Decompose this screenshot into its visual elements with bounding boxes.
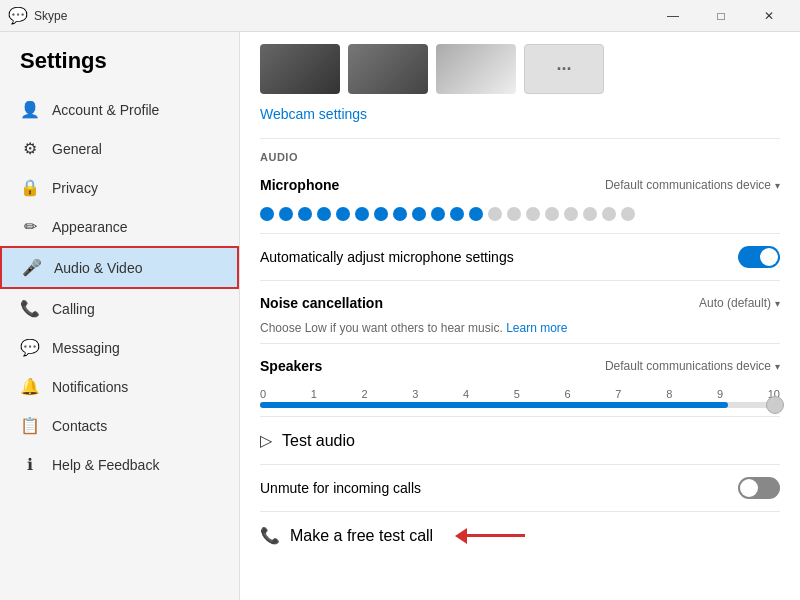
sidebar-item-appearance[interactable]: ✏ Appearance xyxy=(0,207,239,246)
slider-labels: 0 1 2 3 4 5 6 7 8 9 10 xyxy=(240,384,800,402)
slider-label-1: 1 xyxy=(311,388,317,400)
skype-icon: 💬 xyxy=(8,6,28,25)
slider-label-9: 9 xyxy=(717,388,723,400)
mic-level-dot-15 xyxy=(545,207,559,221)
unmute-toggle[interactable] xyxy=(738,477,780,499)
general-icon: ⚙ xyxy=(20,139,40,158)
calling-icon: 📞 xyxy=(20,299,40,318)
noise-description: Choose Low if you want others to hear mu… xyxy=(240,321,800,339)
sidebar-item-messaging[interactable]: 💬 Messaging xyxy=(0,328,239,367)
sidebar-item-account[interactable]: 👤 Account & Profile xyxy=(0,90,239,129)
red-arrow-line xyxy=(465,534,525,537)
sidebar-item-general[interactable]: ⚙ General xyxy=(0,129,239,168)
content-area: ··· Webcam settings AUDIO Microphone Def… xyxy=(240,32,800,600)
mic-level-dot-9 xyxy=(431,207,445,221)
speakers-chevron-icon: ▾ xyxy=(775,361,780,372)
noise-learn-more-link[interactable]: Learn more xyxy=(506,321,567,335)
slider-label-5: 5 xyxy=(514,388,520,400)
auto-adjust-row: Automatically adjust microphone settings xyxy=(240,238,800,276)
play-icon: ▷ xyxy=(260,431,272,450)
webcam-thumb-1[interactable] xyxy=(260,44,340,94)
mic-level-dot-16 xyxy=(564,207,578,221)
close-button[interactable]: ✕ xyxy=(746,0,792,32)
noise-label: Noise cancellation xyxy=(260,295,383,311)
microphone-device-selector[interactable]: Default communications device ▾ xyxy=(605,178,780,192)
mic-level-dot-3 xyxy=(317,207,331,221)
slider-label-0: 0 xyxy=(260,388,266,400)
phone-icon: 📞 xyxy=(260,526,280,545)
sidebar-label-privacy: Privacy xyxy=(52,180,98,196)
mic-level-dot-4 xyxy=(336,207,350,221)
sidebar-item-help[interactable]: ℹ Help & Feedback xyxy=(0,445,239,484)
slider-label-3: 3 xyxy=(412,388,418,400)
slider-label-7: 7 xyxy=(615,388,621,400)
mic-level-dot-5 xyxy=(355,207,369,221)
noise-chevron-icon: ▾ xyxy=(775,298,780,309)
volume-slider[interactable] xyxy=(260,402,780,408)
webcam-thumb-2[interactable] xyxy=(348,44,428,94)
microphone-chevron-icon: ▾ xyxy=(775,180,780,191)
noise-desc-text: Choose Low if you want others to hear mu… xyxy=(260,321,503,335)
sidebar-label-appearance: Appearance xyxy=(52,219,128,235)
slider-thumb[interactable] xyxy=(766,396,784,414)
sidebar-item-notifications[interactable]: 🔔 Notifications xyxy=(0,367,239,406)
appearance-icon: ✏ xyxy=(20,217,40,236)
mic-level-dot-0 xyxy=(260,207,274,221)
settings-title: Settings xyxy=(0,48,239,90)
speakers-label: Speakers xyxy=(260,358,322,374)
noise-value-selector[interactable]: Auto (default) ▾ xyxy=(699,296,780,310)
slider-label-2: 2 xyxy=(362,388,368,400)
mic-level-dot-1 xyxy=(279,207,293,221)
test-audio-row[interactable]: ▷ Test audio xyxy=(240,421,800,460)
sidebar-item-contacts[interactable]: 📋 Contacts xyxy=(0,406,239,445)
slider-label-4: 4 xyxy=(463,388,469,400)
mic-level-dot-11 xyxy=(469,207,483,221)
divider-1 xyxy=(260,138,780,139)
auto-adjust-label: Automatically adjust microphone settings xyxy=(260,249,514,265)
webcam-thumb-more[interactable]: ··· xyxy=(524,44,604,94)
free-call-label: Make a free test call xyxy=(290,527,433,545)
main-layout: Settings 👤 Account & Profile ⚙ General 🔒… xyxy=(0,32,800,600)
webcam-thumb-3[interactable] xyxy=(436,44,516,94)
contacts-icon: 📋 xyxy=(20,416,40,435)
sidebar-label-audio-video: Audio & Video xyxy=(54,260,142,276)
sidebar-item-audio-video[interactable]: 🎤 Audio & Video xyxy=(0,246,239,289)
microphone-label: Microphone xyxy=(260,177,339,193)
sidebar-label-account: Account & Profile xyxy=(52,102,159,118)
speakers-device-value: Default communications device xyxy=(605,359,771,373)
audio-video-icon: 🎤 xyxy=(22,258,42,277)
titlebar-left: 💬 Skype xyxy=(8,6,67,25)
mic-level-dot-19 xyxy=(621,207,635,221)
sidebar-item-privacy[interactable]: 🔒 Privacy xyxy=(0,168,239,207)
microphone-row: Microphone Default communications device… xyxy=(240,167,800,203)
minimize-button[interactable]: — xyxy=(650,0,696,32)
slider-label-8: 8 xyxy=(666,388,672,400)
divider-2 xyxy=(260,233,780,234)
webcam-settings-link[interactable]: Webcam settings xyxy=(240,102,800,134)
sidebar-label-help: Help & Feedback xyxy=(52,457,159,473)
titlebar: 💬 Skype — □ ✕ xyxy=(0,0,800,32)
window-controls: — □ ✕ xyxy=(650,0,792,32)
mic-level-dot-18 xyxy=(602,207,616,221)
maximize-button[interactable]: □ xyxy=(698,0,744,32)
auto-adjust-toggle[interactable] xyxy=(738,246,780,268)
auto-adjust-toggle-knob xyxy=(760,248,778,266)
sidebar-item-calling[interactable]: 📞 Calling xyxy=(0,289,239,328)
mic-level-dot-6 xyxy=(374,207,388,221)
sidebar-label-general: General xyxy=(52,141,102,157)
mic-level-dot-10 xyxy=(450,207,464,221)
speakers-device-selector[interactable]: Default communications device ▾ xyxy=(605,359,780,373)
mic-level-dot-8 xyxy=(412,207,426,221)
divider-3 xyxy=(260,280,780,281)
free-call-row[interactable]: 📞 Make a free test call xyxy=(240,516,800,555)
notifications-icon: 🔔 xyxy=(20,377,40,396)
account-icon: 👤 xyxy=(20,100,40,119)
slider-label-6: 6 xyxy=(565,388,571,400)
unmute-row: Unmute for incoming calls xyxy=(240,469,800,507)
unmute-toggle-knob xyxy=(740,479,758,497)
microphone-level-dots xyxy=(240,203,800,229)
divider-4 xyxy=(260,343,780,344)
test-audio-label: Test audio xyxy=(282,432,355,450)
webcam-thumbnails: ··· xyxy=(240,32,800,102)
slider-fill xyxy=(260,402,728,408)
